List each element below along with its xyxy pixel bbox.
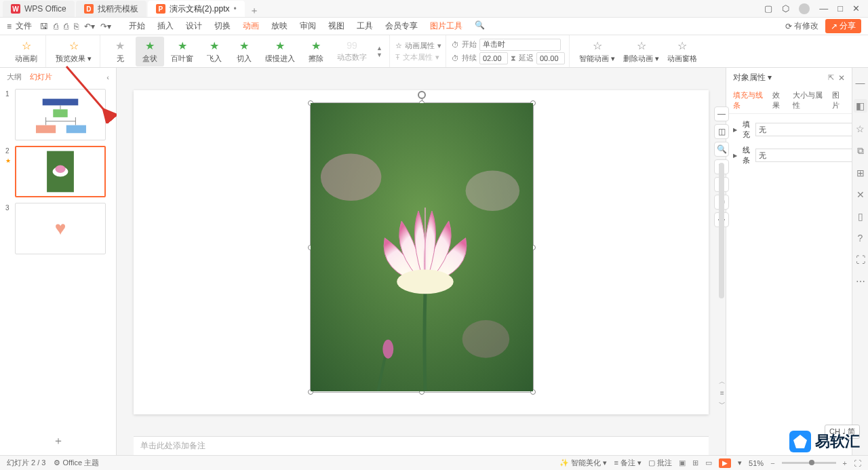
zoom-value[interactable]: 51% — [749, 459, 764, 467]
delay-input[interactable] — [536, 52, 565, 64]
slideshow-dropdown-icon[interactable]: ▾ — [738, 458, 742, 467]
collapse-panel-icon[interactable]: ‹ — [106, 73, 109, 81]
normal-view-icon[interactable]: ▣ — [679, 458, 686, 467]
text-property-dropdown[interactable]: Ŧ文本属性 ▾ — [395, 52, 441, 62]
maximize-icon[interactable]: □ — [837, 3, 843, 14]
zoom-out-icon[interactable]: − — [770, 459, 774, 467]
rail-layers-icon[interactable]: ⧉ — [857, 145, 864, 157]
tab-wps-office[interactable]: W WPS Office — [3, 1, 75, 17]
close-panel-icon[interactable]: ✕ — [838, 73, 845, 83]
rail-comments-icon[interactable]: ⊞ — [856, 168, 865, 178]
duration-input[interactable] — [479, 52, 508, 64]
comments-toggle[interactable]: ▢ 批注 — [648, 458, 672, 468]
search-icon[interactable]: 🔍 — [475, 20, 485, 32]
tab-picture[interactable]: 图片 — [832, 90, 845, 111]
sync-status[interactable]: ⟳ 有修改 — [785, 20, 818, 32]
expand-icon[interactable]: ▶ — [733, 127, 737, 133]
menu-insert[interactable]: 插入 — [157, 20, 174, 32]
prev-slide-icon[interactable]: ︿ — [719, 377, 726, 387]
undo-icon[interactable]: ↶▾ — [84, 22, 95, 31]
reading-view-icon[interactable]: ▭ — [705, 458, 712, 467]
pin-icon[interactable]: ⇱ — [828, 73, 834, 82]
menu-vip[interactable]: 会员专享 — [385, 20, 418, 32]
menu-design[interactable]: 设计 — [186, 20, 202, 32]
slide-thumb-3[interactable]: ♥ — [15, 203, 106, 254]
menu-picture-tools[interactable]: 图片工具 — [430, 20, 462, 32]
tab-current-doc[interactable]: P 演示文稿(2).pptx • — [148, 1, 245, 17]
rail-minimize-icon[interactable]: — — [856, 77, 865, 88]
print-icon[interactable]: ⎙ — [64, 22, 68, 31]
menu-tools[interactable]: 工具 — [357, 20, 373, 32]
preview-effect-button[interactable]: ☆ 预览效果 ▾ — [52, 38, 96, 65]
rail-page-icon[interactable]: ▯ — [858, 211, 863, 222]
slide-thumb-2[interactable] — [15, 146, 106, 197]
cube-icon[interactable]: ⬡ — [782, 3, 789, 14]
minimize-icon[interactable]: — — [819, 3, 828, 14]
zoom-slider[interactable] — [782, 462, 836, 464]
add-tab-button[interactable]: ＋ — [246, 5, 262, 17]
effect-box[interactable]: ★盒状 — [136, 37, 164, 66]
effect-flyin[interactable]: ★飞入 — [200, 37, 229, 66]
tab-effect[interactable]: 效果 — [772, 90, 785, 111]
tab-fill-line[interactable]: 填充与线条 — [733, 90, 766, 111]
next-slide-icon[interactable]: ﹀ — [719, 399, 726, 409]
menu-slideshow[interactable]: 放映 — [271, 20, 288, 32]
rail-star-icon[interactable]: ☆ — [856, 123, 865, 134]
theme-info[interactable]: ⚙ Office 主题 — [54, 458, 99, 468]
collapse-tool-icon[interactable]: — — [714, 106, 729, 121]
effect-none[interactable]: ★无 — [106, 37, 134, 66]
slide-thumb-1[interactable] — [15, 89, 106, 140]
notes-toggle[interactable]: ≡ 备注 ▾ — [614, 458, 642, 468]
slide-canvas[interactable]: — ◫ 🔍 ✎ ⌖ ⚙ ⋯ — [134, 90, 709, 414]
slideshow-view-icon[interactable]: ▶ — [719, 458, 731, 468]
close-icon[interactable]: ✕ — [852, 3, 860, 14]
effect-dynamicnum[interactable]: 99动态数字 — [332, 37, 372, 65]
window-layout-icon[interactable]: ▢ — [764, 3, 772, 14]
line-select[interactable] — [755, 149, 856, 162]
crop-tool-icon[interactable]: ◫ — [714, 124, 729, 139]
fit-icon[interactable]: ≡ — [720, 389, 724, 397]
rail-tools-icon[interactable]: ✕ — [856, 189, 865, 200]
tab-template[interactable]: D 找稻壳模板 — [76, 1, 146, 17]
image-selection[interactable] — [310, 102, 534, 393]
smart-animation-button[interactable]: ☆智能动画 ▾ — [575, 38, 619, 65]
rail-more-icon[interactable]: ⋯ — [856, 276, 865, 287]
add-slide-button[interactable]: ＋ — [0, 427, 116, 455]
animation-pane-button[interactable]: ☆动画窗格 — [663, 38, 701, 65]
outline-tab[interactable]: 大纲 — [7, 72, 22, 82]
zoom-tool-icon[interactable]: 🔍 — [714, 142, 729, 157]
avatar-icon[interactable] — [799, 3, 810, 14]
zoom-in-icon[interactable]: + — [843, 459, 847, 467]
notes-input[interactable]: 单击此处添加备注 — [134, 436, 709, 455]
vertical-scrollbar[interactable] — [719, 163, 724, 298]
file-menu[interactable]: ≡ 文件 — [7, 20, 32, 32]
delete-animation-button[interactable]: ☆删除动画 ▾ — [619, 38, 663, 65]
start-trigger-select[interactable] — [479, 39, 561, 51]
effect-wipe[interactable]: ★擦除 — [302, 37, 330, 66]
rail-properties-icon[interactable]: ◧ — [854, 99, 867, 113]
effects-more-button[interactable]: ▲▼ — [374, 45, 385, 58]
export-icon[interactable]: ⎙ — [54, 22, 58, 31]
menu-transition[interactable]: 切换 — [214, 20, 231, 32]
menu-start[interactable]: 开始 — [129, 20, 145, 32]
rail-gift-icon[interactable]: ⛶ — [856, 254, 865, 265]
menu-animation[interactable]: 动画 — [243, 20, 259, 32]
effect-cut[interactable]: ★切入 — [230, 37, 258, 66]
menu-view[interactable]: 视图 — [328, 20, 344, 32]
beautify-button[interactable]: ✨ 智能美化 ▾ — [559, 458, 607, 468]
animation-painter-button[interactable]: ☆ 动画刷 — [11, 38, 41, 65]
rail-help-icon[interactable]: ? — [858, 233, 863, 243]
fill-select[interactable] — [755, 123, 856, 136]
effect-blinds[interactable]: ★百叶窗 — [165, 37, 199, 66]
share-button[interactable]: ↗ 分享 — [825, 19, 861, 33]
sorter-view-icon[interactable]: ⊞ — [692, 458, 698, 467]
save-icon[interactable]: 🖫 — [40, 22, 48, 31]
expand-icon[interactable]: ▶ — [733, 153, 737, 159]
preview-icon[interactable]: ⎘ — [74, 22, 79, 31]
rotate-handle[interactable] — [418, 91, 426, 99]
anim-property-dropdown[interactable]: ☆动画属性 ▾ — [395, 41, 441, 51]
tab-size[interactable]: 大小与属性 — [793, 90, 825, 111]
fit-window-icon[interactable]: ⛶ — [854, 459, 861, 467]
menu-review[interactable]: 审阅 — [300, 20, 316, 32]
effect-slowenter[interactable]: ★缓慢进入 — [260, 37, 300, 66]
